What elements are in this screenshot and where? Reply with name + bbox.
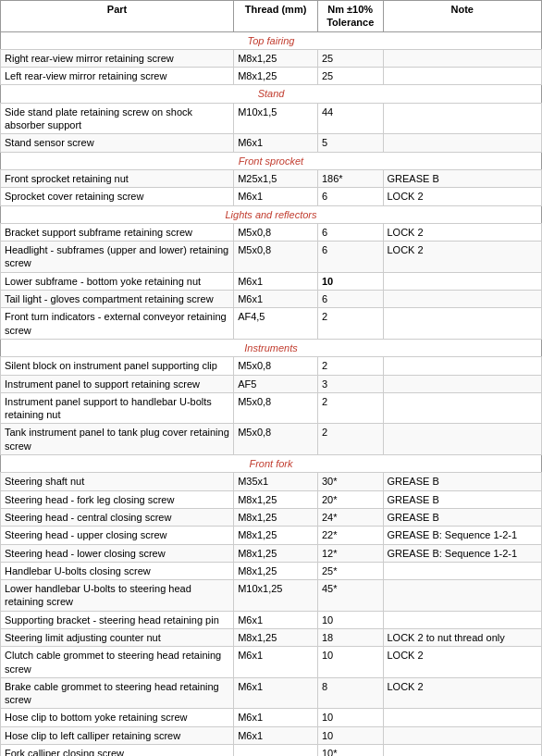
cell-thread: M6x1 [234,709,318,726]
cell-part: Front turn indicators - external conveyo… [1,308,234,340]
cell-note [383,134,542,152]
cell-nm: 18 [317,628,383,646]
cell-thread: M6x1 [234,677,318,709]
table-row: Steering shaft nutM35x130*GREASE B [1,473,542,490]
cell-part: Bracket support subframe retaining screw [1,223,234,241]
cell-thread: M5x0,8 [234,357,318,375]
cell-thread: M8x1,25 [234,49,318,67]
table-row: Lower subframe - bottom yoke retaining n… [1,272,542,290]
cell-note: LOCK 2 [383,223,542,241]
cell-thread: AF5 [234,375,318,392]
cell-thread: M6x1 [234,611,318,628]
table-row: Hose clip to bottom yoke retaining screw… [1,709,542,726]
cell-nm: 6 [317,242,383,273]
table-row: Right rear-view mirror retaining screwM8… [1,49,542,67]
cell-thread: M8x1,25 [234,562,318,579]
cell-nm: 10 [317,726,383,744]
cell-part: Fork calliper closing screw [1,745,234,756]
cell-nm: 20* [317,490,383,508]
cell-nm: 10* [317,745,383,756]
cell-nm: 10 [317,647,383,678]
cell-note [383,68,542,85]
cell-thread: M5x0,8 [234,392,318,424]
cell-part: Front sprocket retaining nut [1,169,234,187]
cell-thread: M8x1,25 [234,544,318,562]
table-row: Headlight - subframes (upper and lower) … [1,242,542,273]
table-row: Front turn indicators - external conveyo… [1,308,542,340]
cell-part: Instrument panel to support retaining sc… [1,375,234,392]
cell-thread: AF4,5 [234,308,318,340]
cell-note: GREASE B [383,169,542,187]
cell-nm: 12* [317,544,383,562]
cell-part: Tail light - gloves compartment retainin… [1,291,234,308]
cell-thread: M8x1,25 [234,527,318,544]
cell-note [383,611,542,628]
header-nm: Nm ±10% Tolerance [317,1,383,32]
cell-thread: M35x1 [234,473,318,490]
cell-note [383,272,542,290]
cell-note [383,375,542,392]
cell-thread: M5x0,8 [234,424,318,455]
cell-part: Steering head - fork leg closing screw [1,490,234,508]
cell-nm: 6 [317,188,383,205]
cell-part: Lower handlebar U-bolts to steering head… [1,580,234,612]
table-row: Hose clip to left calliper retaining scr… [1,726,542,744]
cell-thread: M6x1 [234,134,318,152]
cell-nm: 45* [317,580,383,612]
table-row: Bracket support subframe retaining screw… [1,223,542,241]
section-header-5: Front fork [1,455,542,473]
cell-part: Hose clip to bottom yoke retaining screw [1,709,234,726]
cell-part: Side stand plate retaining screw on shoc… [1,103,234,134]
cell-note [383,726,542,744]
cell-note [383,424,542,455]
torque-table: Part Thread (mm) Nm ±10% Tolerance Note … [0,0,542,756]
table-row: Steering limit adjusting counter nutM8x1… [1,628,542,646]
section-header-0: Top fairing [1,31,542,49]
cell-nm: 5 [317,134,383,152]
table-row: Steering head - central closing screwM8x… [1,508,542,526]
cell-nm: 24* [317,508,383,526]
cell-note [383,745,542,756]
cell-part: Stand sensor screw [1,134,234,152]
cell-note: LOCK 2 to nut thread only [383,628,542,646]
table-row: Steering head - fork leg closing screwM8… [1,490,542,508]
table-row: Instrument panel support to handlebar U-… [1,392,542,424]
cell-part: Steering head - upper closing screw [1,527,234,544]
header-note: Note [383,1,542,32]
cell-nm: 25 [317,49,383,67]
cell-note: GREASE B [383,508,542,526]
cell-nm: 30* [317,473,383,490]
table-row: Handlebar U-bolts closing screwM8x1,2525… [1,562,542,579]
cell-thread [234,745,318,756]
cell-part: Instrument panel support to handlebar U-… [1,392,234,424]
cell-thread: M8x1,25 [234,490,318,508]
cell-note [383,392,542,424]
cell-note: GREASE B [383,490,542,508]
cell-note: GREASE B [383,473,542,490]
cell-note [383,103,542,134]
cell-part: Handlebar U-bolts closing screw [1,562,234,579]
table-row: Side stand plate retaining screw on shoc… [1,103,542,134]
table-row: Lower handlebar U-bolts to steering head… [1,580,542,612]
cell-part: Supporting bracket - steering head retai… [1,611,234,628]
cell-note [383,580,542,612]
cell-thread: M6x1 [234,647,318,678]
table-row: Left rear-view mirror retaining screwM8x… [1,68,542,85]
cell-nm: 2 [317,392,383,424]
table-row: Supporting bracket - steering head retai… [1,611,542,628]
table-row: Steering head - upper closing screwM8x1,… [1,527,542,544]
table-row: Tail light - gloves compartment retainin… [1,291,542,308]
cell-nm: 6 [317,291,383,308]
table-row: Clutch cable grommet to steering head re… [1,647,542,678]
cell-nm: 10 [317,611,383,628]
cell-thread: M6x1 [234,188,318,205]
cell-nm: 6 [317,223,383,241]
cell-nm: 10 [317,709,383,726]
cell-nm: 22* [317,527,383,544]
cell-note [383,49,542,67]
cell-part: Steering head - lower closing screw [1,544,234,562]
section-header-3: Lights and reflectors [1,205,542,223]
cell-thread: M6x1 [234,272,318,290]
cell-nm: 8 [317,677,383,709]
cell-part: Steering head - central closing screw [1,508,234,526]
